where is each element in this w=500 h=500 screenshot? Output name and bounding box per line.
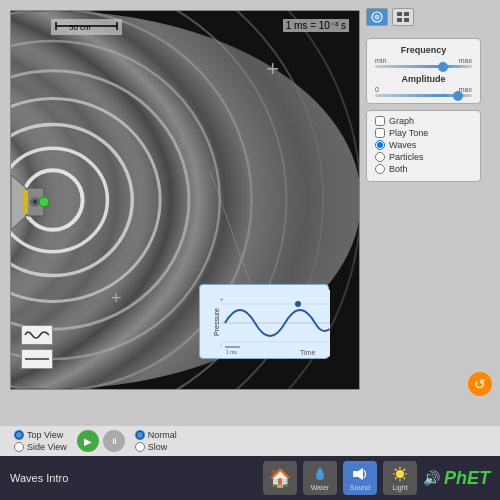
sound-label: Sound <box>350 484 370 491</box>
top-icon-buttons <box>366 8 494 26</box>
svg-line-51 <box>403 469 405 471</box>
frequency-amplitude-box: Frequency min max Amplitude 0 max <box>366 38 481 104</box>
slow-speed-radio[interactable] <box>135 442 145 452</box>
frequency-thumb[interactable] <box>438 62 448 72</box>
svg-rect-23 <box>24 190 28 214</box>
light-label: Light <box>392 484 407 491</box>
taskbar-title: Waves Intro <box>10 472 257 484</box>
phet-text: PhET <box>444 468 490 489</box>
scale-arrow-svg: 50 cm <box>54 20 119 32</box>
svg-rect-41 <box>404 18 409 22</box>
both-radio[interactable] <box>375 164 385 174</box>
normal-speed-row: Normal <box>135 430 177 440</box>
freq-min-label: min <box>375 57 386 64</box>
waves-option: Waves <box>375 140 472 150</box>
play-button[interactable]: ▶ <box>77 430 99 452</box>
graph-checkbox[interactable] <box>375 116 385 126</box>
app-container: 50 cm 1 ms = 10⁻³ s <box>0 0 500 500</box>
speed-controls: Normal Slow <box>135 430 177 452</box>
frequency-minmax: min max <box>375 57 472 64</box>
refresh-button[interactable]: ↺ <box>468 372 492 396</box>
taskbar: Waves Intro 🏠 Water Sound <box>0 456 500 500</box>
scale-label: 50 cm <box>51 19 122 35</box>
svg-line-50 <box>403 477 405 479</box>
sideview-label: Side View <box>27 442 67 452</box>
amplitude-thumb[interactable] <box>453 91 463 101</box>
water-tab[interactable]: Water <box>303 461 337 495</box>
svg-rect-38 <box>397 12 402 16</box>
svg-line-49 <box>395 469 397 471</box>
topview-row: Top View <box>14 430 67 440</box>
view-radio-group: Top View Side View <box>14 430 67 452</box>
svg-point-22 <box>39 197 49 207</box>
svg-marker-43 <box>358 468 363 480</box>
waves-radio[interactable] <box>375 140 385 150</box>
water-label: Water <box>311 484 329 491</box>
amplitude-label: Amplitude <box>375 74 472 84</box>
normal-speed-radio[interactable] <box>135 430 145 440</box>
sound-tab[interactable]: Sound <box>343 461 377 495</box>
playtone-option: Play Tone <box>375 128 472 138</box>
svg-line-52 <box>395 477 397 479</box>
svg-point-21 <box>33 200 37 204</box>
pressure-y-label: Pressure <box>213 307 220 335</box>
play-controls: ▶ ⏸ <box>77 430 125 452</box>
svg-marker-19 <box>11 175 26 230</box>
pressure-graph: Pressure Time <box>199 284 329 359</box>
playtone-label: Play Tone <box>389 128 428 138</box>
right-panel: Frequency min max Amplitude 0 max <box>360 0 500 426</box>
graph-label: Graph <box>389 116 414 126</box>
taskbar-speaker-icon: 🔊 <box>423 470 440 486</box>
svg-rect-40 <box>397 18 402 22</box>
amplitude-track <box>375 94 472 97</box>
home-button[interactable]: 🏠 <box>263 461 297 495</box>
svg-point-29 <box>295 301 301 307</box>
frequency-label: Frequency <box>375 45 472 55</box>
slow-speed-label: Slow <box>148 442 168 452</box>
waveform-flat-icon[interactable] <box>21 349 53 369</box>
svg-text:+: + <box>220 296 224 302</box>
freq-max-label: max <box>459 57 472 64</box>
particles-label: Particles <box>389 152 424 162</box>
svg-text:-: - <box>220 342 222 348</box>
both-label: Both <box>389 164 408 174</box>
top-area: 50 cm 1 ms = 10⁻³ s <box>0 0 500 426</box>
light-tab[interactable]: Light <box>383 461 417 495</box>
svg-rect-39 <box>404 12 409 16</box>
svg-text:Time: Time <box>300 349 315 356</box>
waves-label: Waves <box>389 140 416 150</box>
particles-option: Particles <box>375 152 472 162</box>
normal-speed-label: Normal <box>148 430 177 440</box>
sim-area: 50 cm 1 ms = 10⁻³ s <box>10 10 360 390</box>
amp-min-label: 0 <box>375 86 379 93</box>
time-label: 1 ms = 10⁻³ s <box>283 19 349 32</box>
phet-logo: 🔊 PhET <box>423 468 490 489</box>
speaker <box>10 170 56 230</box>
particles-radio[interactable] <box>375 152 385 162</box>
sideview-radio[interactable] <box>14 442 24 452</box>
pause-button[interactable]: ⏸ <box>103 430 125 452</box>
amplitude-slider-container <box>375 94 472 97</box>
topview-label: Top View <box>27 430 63 440</box>
svg-text:50 cm: 50 cm <box>69 23 91 32</box>
wave-icon-btn[interactable] <box>366 8 388 26</box>
svg-point-37 <box>376 16 378 18</box>
pressure-graph-inner: Time + - 1 ms <box>220 289 324 354</box>
plus-icon-mid[interactable]: + <box>111 288 122 309</box>
waveform-sine-icon[interactable] <box>21 325 53 345</box>
view-controls: Top View Side View ▶ ⏸ Normal Slow <box>0 426 500 456</box>
waveform-icons <box>21 325 53 369</box>
svg-rect-42 <box>353 471 358 477</box>
frequency-track <box>375 65 472 68</box>
svg-point-44 <box>396 470 404 478</box>
slow-speed-row: Slow <box>135 442 177 452</box>
topview-radio[interactable] <box>14 430 24 440</box>
grid-icon-btn[interactable] <box>392 8 414 26</box>
frequency-slider-container <box>375 65 472 68</box>
graph-option: Graph <box>375 116 472 126</box>
svg-text:1 ms: 1 ms <box>226 349 237 355</box>
plus-icon-top[interactable]: + <box>266 56 279 82</box>
playtone-checkbox[interactable] <box>375 128 385 138</box>
options-box: Graph Play Tone Waves Particles Both <box>366 110 481 182</box>
sideview-row: Side View <box>14 442 67 452</box>
